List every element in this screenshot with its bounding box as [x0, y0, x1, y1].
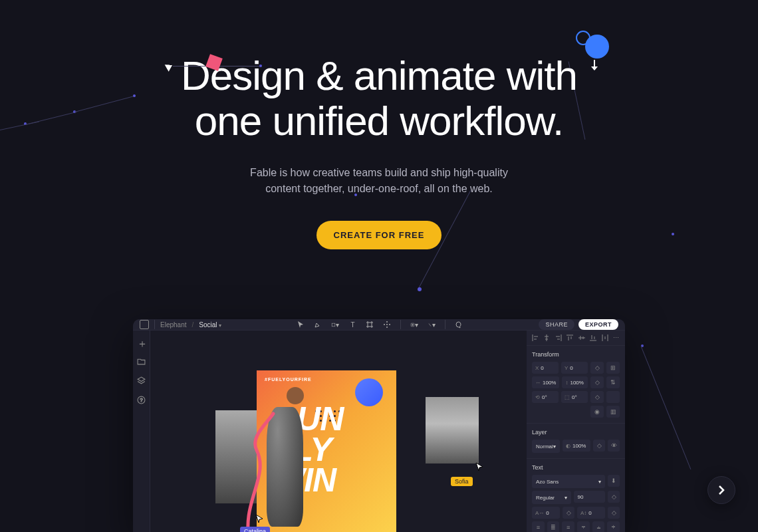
canvas-stroke	[237, 410, 310, 532]
rotate-input[interactable]: ⟲0°	[532, 391, 559, 403]
keyframe-size-text-icon[interactable]: ◇	[608, 491, 620, 503]
svg-point-5	[386, 327, 388, 328]
breadcrumb-page[interactable]: Social▾	[199, 321, 221, 329]
poster-circle	[355, 378, 383, 406]
svg-point-2	[384, 324, 385, 325]
transform-title: Transform	[532, 351, 620, 358]
hero-heading-line1: Design & animate with	[181, 53, 577, 98]
flip-icon[interactable]: ▥	[606, 406, 620, 418]
comment-tool-icon[interactable]	[455, 321, 463, 329]
height-input[interactable]: ↕100%	[562, 376, 588, 388]
mask-tool-icon[interactable]: ▾	[428, 321, 436, 329]
app-logo-icon[interactable]	[140, 320, 149, 329]
share-button[interactable]: SHARE	[539, 319, 574, 330]
svg-text:?: ?	[140, 397, 142, 403]
frame-tool-icon[interactable]	[366, 321, 374, 329]
text-align-left-icon[interactable]: ≡	[532, 521, 545, 532]
align-right-icon[interactable]	[555, 334, 562, 341]
x-input[interactable]: X0	[532, 362, 559, 374]
anchor-icon[interactable]: ⊞	[606, 362, 620, 374]
hero: Design & animate with one unified workfl…	[0, 0, 758, 249]
text-tool-icon[interactable]: T	[348, 321, 356, 329]
keyframe-rot-icon[interactable]: ◇	[590, 391, 604, 403]
text-valign-mid-icon[interactable]: ⫨	[592, 521, 605, 532]
select-tool-icon[interactable]	[297, 321, 305, 329]
breadcrumb-project[interactable]: Elephant	[160, 321, 186, 329]
text-valign-bot-icon[interactable]: ⫩	[607, 521, 620, 532]
text-valign-top-icon[interactable]: ⫧	[577, 521, 590, 532]
hero-heading-line2: one unified workflow.	[195, 98, 564, 144]
blend-mode-select[interactable]: Normal▾	[532, 440, 560, 453]
cursor-catalina-icon	[255, 514, 264, 523]
user-label-sofia: Sofia	[451, 477, 473, 486]
text-align-right-icon[interactable]: ≡	[562, 521, 574, 532]
text-align-center-icon[interactable]: ≣	[547, 521, 560, 532]
align-bottom-icon[interactable]	[590, 334, 596, 341]
svg-point-4	[386, 321, 388, 323]
skew-input[interactable]: ⬚0°	[561, 391, 588, 403]
left-rail: ＋ ?	[133, 331, 150, 532]
font-select[interactable]: Azo Sans▾	[532, 475, 605, 488]
hero-subtext: Fable is how creative teams build and sh…	[0, 165, 758, 197]
leading-input[interactable]: A↕0	[577, 507, 605, 519]
transform-section: Transform X0 Y0 ◇ ⊞ ↔100% ↕100% ◇ ⇅ ⟲0° …	[527, 346, 625, 424]
font-download-icon[interactable]: ⬇	[608, 475, 620, 487]
pen-tool-icon[interactable]	[314, 321, 322, 329]
user-label-catalina: Catalina	[240, 527, 270, 532]
help-icon[interactable]: ?	[137, 395, 146, 404]
cta-button[interactable]: CREATE FOR FREE	[316, 221, 442, 249]
poster-tag: #FUELYOURFIRE	[265, 377, 312, 382]
next-button[interactable]	[707, 476, 735, 504]
weight-select[interactable]: Regular▾	[532, 491, 571, 504]
text-title: Text	[532, 464, 620, 471]
svg-rect-0	[332, 323, 336, 327]
assets-icon[interactable]	[137, 376, 146, 384]
svg-point-3	[389, 324, 390, 325]
align-top-icon[interactable]	[567, 334, 573, 341]
export-button[interactable]: EXPORT	[578, 319, 618, 330]
kf-leading-icon[interactable]: ◇	[608, 507, 620, 519]
app-topbar: Elephant / Social▾ ▾ T ▾ ▾ SHARE EXPORT	[133, 319, 625, 331]
tracking-input[interactable]: A↔0	[532, 507, 560, 519]
cursor-decoration	[166, 63, 173, 70]
align-vcenter-icon[interactable]	[578, 334, 585, 341]
app-frame: Elephant / Social▾ ▾ T ▾ ▾ SHARE EXPORT …	[133, 319, 625, 532]
align-hcenter-icon[interactable]	[543, 334, 550, 341]
hero-heading: Design & animate with one unified workfl…	[0, 53, 758, 144]
visibility-icon[interactable]: ◉	[590, 406, 604, 418]
align-left-icon[interactable]	[532, 334, 539, 341]
folder-icon[interactable]	[137, 356, 146, 365]
chevron-right-icon	[715, 484, 727, 496]
kf-tracking-icon[interactable]: ◇	[563, 507, 574, 519]
toolbar: ▾ T ▾ ▾	[297, 320, 463, 329]
cursor-sofia-icon	[475, 462, 484, 471]
add-icon[interactable]: ＋	[137, 337, 146, 346]
svg-point-1	[386, 324, 388, 325]
shape-tool-icon[interactable]: ▾	[331, 321, 339, 329]
align-controls: ⋯	[527, 331, 625, 346]
opacity-input[interactable]: ◐100%	[563, 440, 590, 452]
lock-ratio-icon[interactable]: ⇅	[606, 376, 620, 388]
keyframe-pos-icon[interactable]: ◇	[590, 362, 604, 374]
layer-section: Layer Normal▾ ◐100% ◇ 👁	[527, 424, 625, 459]
keyframe-size-icon[interactable]: ◇	[590, 376, 604, 388]
crop-tool-icon[interactable]	[383, 321, 391, 329]
y-input[interactable]: Y0	[561, 362, 588, 374]
properties-panel: ⋯ Transform X0 Y0 ◇ ⊞ ↔100% ↕100% ◇ ⇅ ⟲0…	[527, 331, 625, 532]
canvas-photo-right[interactable]	[426, 397, 479, 464]
keyframe-opacity-icon[interactable]: ◇	[593, 440, 605, 452]
eye-icon[interactable]: 👁	[608, 440, 620, 452]
font-size-input[interactable]: 90	[574, 491, 605, 503]
more-align-icon[interactable]: ⋯	[613, 334, 620, 341]
width-input[interactable]: ↔100%	[532, 376, 559, 388]
canvas[interactable]: #FUELYOURFIRE RUN FLY WIN Sofia Catalina	[150, 331, 527, 532]
distribute-icon[interactable]	[602, 334, 608, 341]
text-section: Text Azo Sans▾ ⬇ Regular▾ 90 ◇ A↔0 ◇ A↕0…	[527, 459, 625, 532]
play-tool-icon[interactable]: ▾	[410, 321, 418, 329]
layer-title: Layer	[532, 429, 620, 436]
